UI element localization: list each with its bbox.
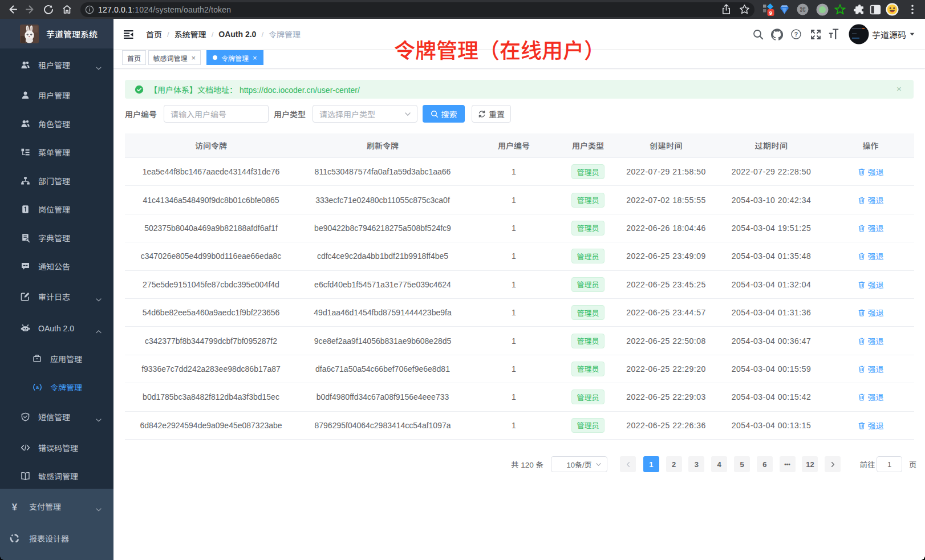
svg-text:?: ? bbox=[794, 31, 798, 38]
svg-text:⌘: ⌘ bbox=[800, 6, 806, 14]
svg-text:9: 9 bbox=[769, 9, 772, 15]
svg-text:a: a bbox=[36, 384, 39, 390]
svg-text:¥: ¥ bbox=[12, 502, 18, 512]
